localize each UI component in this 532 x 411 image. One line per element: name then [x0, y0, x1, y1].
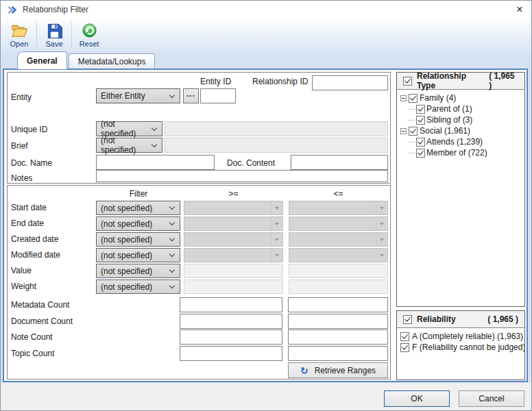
tab-metadata-lookups[interactable]: Metadata/Lookups	[69, 53, 156, 68]
weight-max-field	[289, 279, 388, 294]
save-button[interactable]: Save	[38, 19, 70, 51]
open-folder-icon	[11, 23, 28, 38]
entity-groupbox: Entity ID Relationship ID Entity Either …	[7, 72, 391, 184]
document-count-max-input[interactable]	[288, 314, 388, 329]
entity-label: Entity	[11, 92, 32, 102]
reset-button[interactable]: Reset	[73, 19, 105, 51]
checkbox[interactable]	[416, 149, 425, 158]
reliability-checkbox[interactable]	[403, 315, 412, 324]
reliability-item-f[interactable]: F (Reliability cannot be judged) (	[400, 342, 524, 353]
date-dropdown-icon	[271, 249, 282, 262]
doc-name-label: Doc. Name	[11, 158, 52, 168]
entity-browse-button[interactable]: ...	[183, 88, 199, 103]
topic-count-min-input[interactable]	[180, 346, 282, 361]
checkbox[interactable]	[416, 116, 425, 125]
cancel-button[interactable]: Cancel	[459, 390, 524, 407]
value-min-field	[184, 264, 283, 278]
title-bar: Relationship Filter ×	[1, 1, 531, 18]
close-button[interactable]: ×	[508, 1, 531, 18]
doc-content-input[interactable]	[291, 155, 388, 170]
doc-content-label: Doc. Content	[227, 158, 275, 168]
collapse-icon[interactable]	[400, 95, 407, 101]
chevron-down-icon	[169, 92, 175, 97]
refresh-icon: ↻	[300, 366, 309, 375]
value-label: Value	[11, 266, 32, 275]
start-date-filter-dropdown[interactable]: (not specified)	[96, 201, 180, 215]
date-dropdown-icon	[271, 233, 282, 246]
chevron-down-icon	[169, 283, 175, 288]
brief-label: Brief	[11, 141, 28, 151]
relationship-type-title: Relationship Type	[417, 72, 484, 90]
doc-name-input[interactable]	[96, 155, 215, 170]
weight-filter-dropdown[interactable]: (not specified)	[96, 279, 180, 294]
checkbox[interactable]	[416, 105, 425, 114]
chevron-down-icon	[152, 141, 157, 147]
chevron-down-icon	[169, 204, 175, 210]
collapse-icon[interactable]	[400, 128, 407, 134]
tree-item-member-of[interactable]: Member of (722)	[397, 147, 524, 158]
unique-id-label: Unique ID	[11, 125, 47, 134]
brief-filter-dropdown[interactable]: (not specified)	[96, 138, 162, 153]
tree-item-family[interactable]: Family (4)	[397, 92, 524, 103]
reliability-header: Reliability ( 1,965 )	[397, 311, 524, 328]
filter-row-weight: Weight (not specified)	[8, 279, 390, 294]
relationship-app-icon	[8, 5, 17, 14]
reliability-item-a[interactable]: A (Completely reliable) (1,963)	[400, 331, 524, 342]
metadata-count-max-input[interactable]	[288, 297, 388, 312]
reliability-panel: Reliability ( 1,965 ) A (Completely reli…	[396, 310, 525, 380]
checkbox[interactable]	[400, 343, 409, 352]
toolbar-separator	[71, 22, 72, 48]
checkbox[interactable]	[416, 138, 425, 147]
tree-item-social[interactable]: Social (1,961)	[397, 125, 524, 136]
relationship-filter-dialog: Relationship Filter × Open	[0, 0, 532, 411]
tree-connector	[409, 142, 415, 142]
relationship-id-input[interactable]	[312, 75, 388, 90]
note-count-max-input[interactable]	[288, 329, 388, 345]
tree-item-sibling-of[interactable]: Sibling of (3)	[397, 114, 524, 125]
notes-label: Notes	[11, 173, 32, 183]
modified-date-filter-dropdown[interactable]: (not specified)	[96, 248, 180, 262]
created-date-max-field	[289, 232, 388, 247]
entity-dropdown[interactable]: Either Entity	[96, 88, 180, 103]
end-date-filter-dropdown[interactable]: (not specified)	[96, 216, 180, 231]
start-date-min-field	[184, 201, 283, 215]
modified-date-label: Modified date	[11, 250, 60, 260]
ok-button[interactable]: OK	[384, 390, 450, 407]
tree-connector	[409, 120, 415, 121]
checkbox[interactable]	[409, 94, 418, 103]
tree-item-parent-of[interactable]: Parent of (1)	[397, 103, 524, 114]
date-dropdown-icon	[376, 233, 387, 246]
unique-id-filter-dropdown[interactable]: (not specified)	[96, 121, 162, 136]
tab-general[interactable]: General	[17, 51, 67, 69]
chevron-down-icon	[169, 251, 175, 257]
button-bar: OK Cancel	[1, 383, 531, 411]
notes-input[interactable]	[96, 170, 388, 182]
created-date-min-field	[184, 232, 283, 247]
relationship-type-checkbox[interactable]	[403, 77, 412, 86]
document-count-min-input[interactable]	[180, 314, 282, 329]
open-button[interactable]: Open	[3, 19, 35, 51]
entity-id-input[interactable]	[200, 88, 236, 103]
topic-count-max-input[interactable]	[288, 346, 388, 361]
weight-label: Weight	[11, 282, 36, 291]
reliability-title: Reliability	[417, 314, 456, 324]
created-date-filter-dropdown[interactable]: (not specified)	[96, 232, 180, 247]
tree-connector	[409, 109, 415, 110]
note-count-min-input[interactable]	[180, 329, 282, 345]
tree-connector	[409, 153, 415, 153]
filter-row-start-date: Start date (not specified)	[8, 201, 390, 215]
document-count-label: Document Count	[11, 316, 73, 326]
checkbox[interactable]	[409, 127, 418, 136]
start-date-label: Start date	[11, 203, 47, 212]
weight-min-field	[184, 279, 283, 294]
checkbox[interactable]	[400, 332, 409, 341]
metadata-count-min-input[interactable]	[180, 297, 282, 312]
unique-id-value-field	[165, 121, 388, 136]
tree-item-attends[interactable]: Attends (1,239)	[397, 136, 524, 147]
retrieve-ranges-button[interactable]: ↻ Retrieve Ranges	[288, 362, 388, 378]
value-filter-dropdown[interactable]: (not specified)	[96, 264, 180, 278]
chevron-down-icon	[169, 236, 175, 241]
relationship-type-tree: Family (4) Parent of (1) Sibling of (3)	[397, 90, 524, 158]
topic-count-label: Topic Count	[11, 349, 54, 358]
reliability-count: ( 1,965 )	[487, 314, 518, 324]
